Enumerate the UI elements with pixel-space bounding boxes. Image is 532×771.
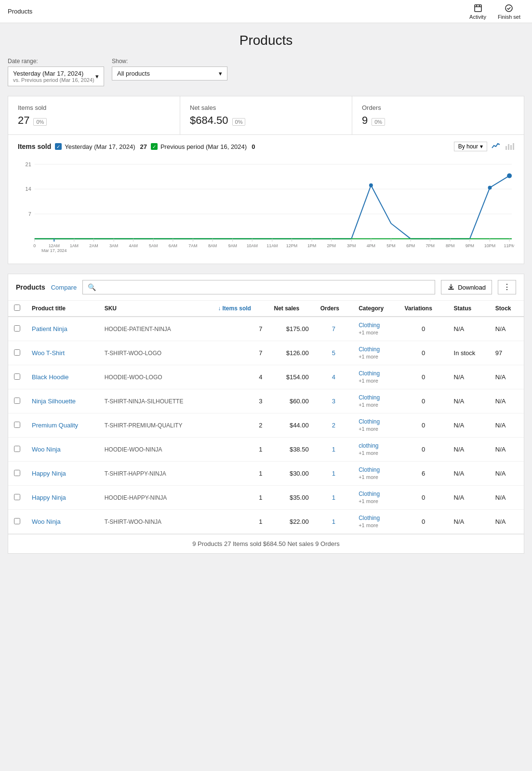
order-link[interactable]: 5 <box>332 349 335 357</box>
order-link[interactable]: 7 <box>332 325 335 332</box>
row-checkbox[interactable] <box>8 462 26 486</box>
col-product-title[interactable]: Product title <box>26 301 99 317</box>
finish-set-button[interactable]: Finish set <box>494 1 524 22</box>
product-link[interactable]: Woo Ninja <box>32 518 61 525</box>
row-status: In stock <box>448 341 490 365</box>
row-checkbox[interactable] <box>8 389 26 413</box>
order-link[interactable]: 1 <box>332 494 335 501</box>
svg-text:10PM: 10PM <box>484 243 495 248</box>
row-checkbox[interactable] <box>8 438 26 462</box>
svg-point-16 <box>488 186 492 189</box>
svg-rect-5 <box>513 143 514 150</box>
product-link[interactable]: Woo T-Shirt <box>32 349 65 357</box>
row-sku: HOODIE-WOO-NINJA <box>99 438 213 462</box>
col-variations[interactable]: Variations <box>399 301 448 317</box>
row-status: N/A <box>448 413 490 438</box>
search-input[interactable] <box>99 284 430 291</box>
product-link[interactable]: Black Hoodie <box>32 373 69 381</box>
by-hour-button[interactable]: By hour ▾ <box>454 142 487 151</box>
svg-text:11PM: 11PM <box>504 243 514 248</box>
row-checkbox[interactable] <box>8 317 26 341</box>
row-checkbox[interactable] <box>8 341 26 365</box>
category-link[interactable]: Clothing <box>359 418 393 425</box>
category-link[interactable]: Clothing <box>359 515 393 521</box>
category-more: +1 more <box>359 474 378 480</box>
download-button[interactable]: Download <box>441 280 492 294</box>
products-heading: Products <box>8 33 524 48</box>
row-variations: 0 <box>399 413 448 438</box>
svg-text:12AM: 12AM <box>49 243 60 248</box>
row-items-sold: 1 <box>212 438 268 462</box>
order-link[interactable]: 1 <box>332 446 335 453</box>
category-link[interactable]: Clothing <box>359 491 393 497</box>
category-link[interactable]: Clothing <box>359 322 393 329</box>
row-category: Clothing +1 more <box>353 389 399 413</box>
row-checkbox[interactable] <box>8 510 26 534</box>
compare-button[interactable]: Compare <box>51 284 77 291</box>
products-table-title: Products <box>16 283 45 291</box>
row-category: Clothing +1 more <box>353 317 399 341</box>
svg-text:5AM: 5AM <box>149 243 158 248</box>
row-checkbox[interactable] <box>8 486 26 510</box>
row-checkbox[interactable] <box>8 413 26 438</box>
category-more: +1 more <box>359 498 378 504</box>
product-link[interactable]: Happy Ninja <box>32 470 66 477</box>
col-orders[interactable]: Orders <box>315 301 353 317</box>
top-bar: Products Activity Finish set <box>0 0 532 23</box>
order-link[interactable]: 3 <box>332 398 335 405</box>
svg-text:3PM: 3PM <box>347 243 356 248</box>
table-footer: 9 Products 27 Items sold $684.50 Net sal… <box>8 534 524 553</box>
row-stock: N/A <box>490 413 524 438</box>
show-select[interactable]: All products ▾ <box>112 66 227 80</box>
row-checkbox[interactable] <box>8 365 26 389</box>
line-chart-button[interactable] <box>491 141 501 152</box>
product-link[interactable]: Premium Quality <box>32 422 78 429</box>
bar-chart-icon <box>505 141 514 151</box>
svg-text:2PM: 2PM <box>327 243 336 248</box>
col-sku[interactable]: SKU <box>99 301 213 317</box>
product-link[interactable]: Happy Ninja <box>32 494 66 501</box>
row-category: Clothing +1 more <box>353 462 399 486</box>
more-options-button[interactable]: ⋮ <box>498 280 516 294</box>
select-all-checkbox[interactable] <box>14 305 20 311</box>
col-stock[interactable]: Stock <box>490 301 524 317</box>
product-link[interactable]: Ninja Silhouette <box>32 398 76 405</box>
chart-svg: 21 14 7 <box>18 156 514 262</box>
svg-text:12PM: 12PM <box>286 243 297 248</box>
category-link[interactable]: Clothing <box>359 466 393 473</box>
legend-check-blue: ✓ <box>55 143 62 150</box>
svg-point-17 <box>507 173 512 178</box>
category-more: +1 more <box>359 330 378 335</box>
order-link[interactable]: 1 <box>332 518 335 525</box>
category-link[interactable]: Clothing <box>359 346 393 353</box>
row-category: Clothing +1 more <box>353 486 399 510</box>
row-status: N/A <box>448 389 490 413</box>
svg-text:0: 0 <box>33 243 36 248</box>
order-link[interactable]: 1 <box>332 470 335 477</box>
col-category[interactable]: Category <box>353 301 399 317</box>
stats-panel: Items sold 27 0% Net sales $684.50 0% Or… <box>8 96 524 264</box>
net-sales-stat: Net sales $684.50 0% <box>180 96 352 134</box>
svg-text:6PM: 6PM <box>406 243 415 248</box>
activity-icon <box>473 3 483 13</box>
category-more: +1 more <box>359 522 378 528</box>
category-more: +1 more <box>359 378 378 384</box>
date-range-select[interactable]: Yesterday (Mar 17, 2024) vs. Previous pe… <box>8 66 104 86</box>
activity-button[interactable]: Activity <box>466 1 490 22</box>
chart-title: Items sold <box>18 143 51 150</box>
svg-point-15 <box>369 184 373 187</box>
row-net-sales: $38.50 <box>268 438 314 462</box>
bar-chart-button[interactable] <box>505 141 514 152</box>
row-sku: T-SHIRT-WOO-LOGO <box>99 341 213 365</box>
order-link[interactable]: 2 <box>332 422 335 429</box>
col-net-sales[interactable]: Net sales <box>268 301 314 317</box>
svg-text:9PM: 9PM <box>466 243 474 248</box>
category-link[interactable]: Clothing <box>359 394 393 401</box>
col-items-sold[interactable]: ↓ Items sold <box>212 301 268 317</box>
category-link[interactable]: clothing <box>359 442 393 449</box>
col-status[interactable]: Status <box>448 301 490 317</box>
category-link[interactable]: Clothing <box>359 370 393 377</box>
product-link[interactable]: Woo Ninja <box>32 446 61 453</box>
order-link[interactable]: 4 <box>332 373 335 381</box>
product-link[interactable]: Patient Ninja <box>32 325 67 332</box>
